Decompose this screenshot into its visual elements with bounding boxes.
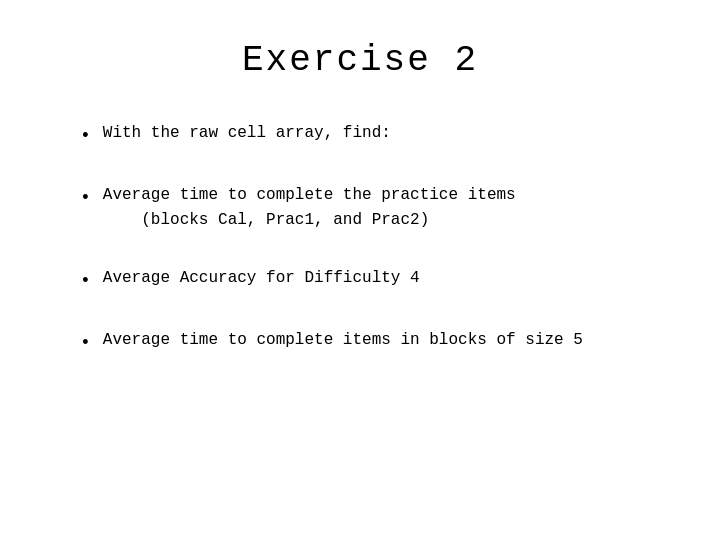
slide-title: Exercise 2	[242, 40, 478, 81]
bullet-item-4: • Average time to complete items in bloc…	[80, 328, 660, 358]
bullet-text-4: Average time to complete items in blocks…	[103, 328, 583, 354]
bullet-list: • With the raw cell array, find: • Avera…	[60, 121, 660, 390]
bullet-marker-4: •	[80, 329, 91, 358]
bullet-item-2: • Average time to complete the practice …	[80, 183, 660, 234]
bullet-marker-2: •	[80, 184, 91, 213]
bullet-text-3: Average Accuracy for Difficulty 4	[103, 266, 420, 292]
bullet-text-1: With the raw cell array, find:	[103, 121, 391, 147]
bullet-marker-1: •	[80, 122, 91, 151]
bullet-item-3: • Average Accuracy for Difficulty 4	[80, 266, 660, 296]
slide: Exercise 2 • With the raw cell array, fi…	[0, 0, 720, 540]
bullet-item-1: • With the raw cell array, find:	[80, 121, 660, 151]
bullet-text-2: Average time to complete the practice it…	[103, 183, 516, 234]
bullet-marker-3: •	[80, 267, 91, 296]
